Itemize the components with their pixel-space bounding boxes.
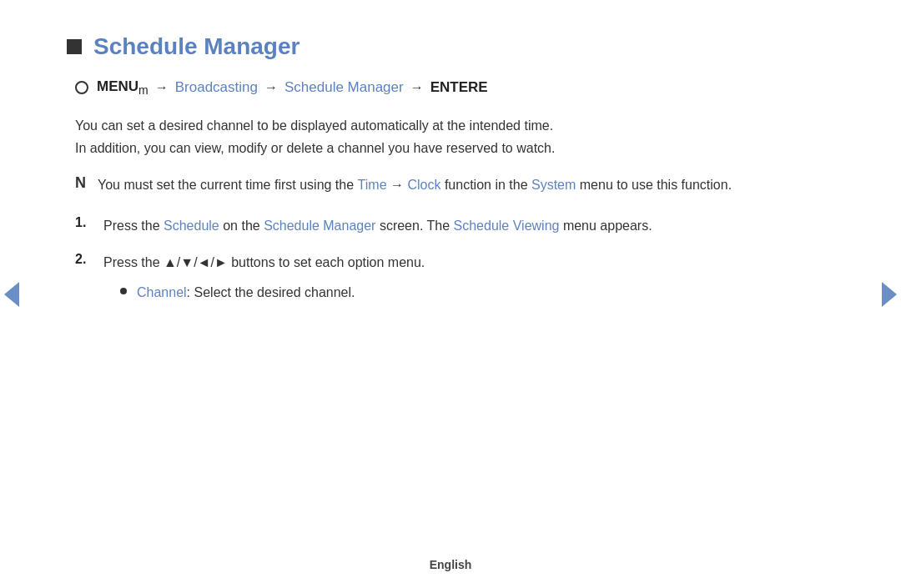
nav-arrow-left[interactable] <box>0 274 23 314</box>
arrow1: → <box>155 80 169 95</box>
step1-schedule-manager-link: Schedule Manager <box>264 219 375 233</box>
square-icon <box>67 39 82 54</box>
time-link: Time <box>358 178 387 192</box>
list-item: 1. Press the Schedule on the Schedule Ma… <box>75 215 834 237</box>
system-link: System <box>531 178 576 192</box>
schedule-manager-link: Schedule Manager <box>284 79 404 96</box>
broadcasting-link: Broadcasting <box>175 79 258 96</box>
svg-marker-0 <box>4 282 19 307</box>
menu-label: MENUm <box>97 78 148 97</box>
clock-link: Clock <box>407 178 440 192</box>
step1-number: 1. <box>75 215 92 230</box>
numbered-list: 1. Press the Schedule on the Schedule Ma… <box>75 215 834 304</box>
footer: English <box>0 558 901 571</box>
channel-link: Channel <box>137 285 187 299</box>
menu-path-row: MENUm → Broadcasting → Schedule Manager … <box>75 78 834 97</box>
bullet-text: Channel: Select the desired channel. <box>137 282 355 304</box>
enter-label: ENTERE <box>430 79 488 96</box>
note-text: You must set the current time first usin… <box>98 174 732 196</box>
step2-content: Press the ▲/▼/◄/► buttons to set each op… <box>103 252 425 304</box>
note-letter: N <box>75 174 86 192</box>
step1-schedule-link: Schedule <box>164 219 219 233</box>
page-container: Schedule Manager MENUm → Broadcasting → … <box>0 0 901 588</box>
bullet-dot <box>120 288 127 294</box>
list-item: 2. Press the ▲/▼/◄/► buttons to set each… <box>75 252 834 304</box>
step1-content: Press the Schedule on the Schedule Manag… <box>103 215 652 237</box>
arrow3: → <box>410 80 424 95</box>
bullet-item: Channel: Select the desired channel. <box>120 282 425 304</box>
step2-number: 2. <box>75 252 92 267</box>
circle-icon <box>75 81 88 94</box>
nav-arrow-right[interactable] <box>878 274 901 314</box>
description: You can set a desired channel to be disp… <box>75 115 834 159</box>
svg-marker-1 <box>882 282 897 307</box>
step1-schedule-viewing-link: Schedule Viewing <box>454 219 560 233</box>
arrow2: → <box>264 80 278 95</box>
page-title: Schedule Manager <box>93 33 299 60</box>
title-row: Schedule Manager <box>67 33 834 60</box>
note-row: N You must set the current time first us… <box>75 174 834 196</box>
